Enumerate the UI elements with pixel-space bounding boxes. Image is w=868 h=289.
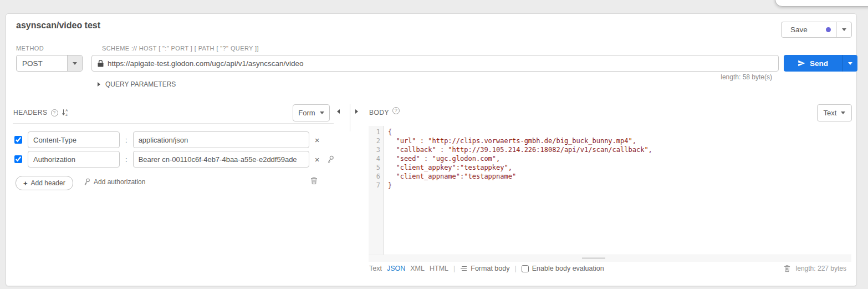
format-body-label: Format body xyxy=(471,265,509,272)
code-text: "seed" : "ugc.glodon.com", xyxy=(383,154,500,163)
code-line: 5 "client_appkey":"testappkey", xyxy=(369,163,851,172)
format-lines-icon xyxy=(460,266,467,271)
clear-body-trash-icon[interactable] xyxy=(784,265,790,272)
method-value: POST xyxy=(17,55,67,71)
format-body-button[interactable]: Format body xyxy=(460,265,509,272)
code-text: } xyxy=(383,181,392,190)
line-number: 2 xyxy=(369,136,383,145)
body-title: BODY xyxy=(369,109,389,116)
body-section-header: BODY xyxy=(369,109,400,116)
url-field-wrap xyxy=(91,55,779,72)
plus-icon xyxy=(23,179,28,187)
send-button-label: Send xyxy=(810,59,828,68)
editor-resize-strip xyxy=(369,255,851,262)
header-value-input[interactable] xyxy=(133,131,309,148)
code-text: { xyxy=(383,128,392,136)
format-tab-xml[interactable]: XML xyxy=(410,265,425,272)
code-line: 2 "url" : "http://clips.vorwaerts-gmbh.d… xyxy=(369,136,851,145)
body-mode-value: Text xyxy=(824,109,837,117)
headers-mode-value: Form xyxy=(298,109,315,117)
code-text: "client_appkey":"testappkey", xyxy=(383,163,512,172)
query-parameters-toggle[interactable]: QUERY PARAMETERS xyxy=(98,80,176,88)
svg-text:Z: Z xyxy=(65,113,68,116)
headers-section-header: HEADERS A Z xyxy=(13,109,69,116)
line-number: 7 xyxy=(369,181,383,190)
save-button-label: Save xyxy=(790,26,808,34)
format-tab-text[interactable]: Text xyxy=(369,265,382,272)
toolbar-separator xyxy=(514,265,516,272)
body-length-text: length: 227 bytes xyxy=(796,265,846,272)
panel-splitter[interactable] xyxy=(350,104,350,131)
resize-handle[interactable] xyxy=(582,257,605,260)
save-dropdown-toggle[interactable] xyxy=(836,22,851,37)
header-enabled-checkbox[interactable] xyxy=(14,155,22,163)
url-length-text: length: 58 byte(s) xyxy=(721,73,772,81)
unsaved-indicator-dot xyxy=(826,27,831,32)
code-text: "client_appname":"testappname" xyxy=(383,172,516,181)
collapse-right-arrow[interactable] xyxy=(355,109,358,114)
code-line: 1{ xyxy=(369,128,851,136)
headers-mode-select[interactable]: Form xyxy=(293,104,330,121)
line-number: 5 xyxy=(369,163,383,172)
url-input[interactable] xyxy=(108,59,778,68)
body-evaluation-label: Enable body evaluation xyxy=(532,265,604,272)
chevron-down-icon xyxy=(73,62,77,65)
header-row: : xyxy=(14,151,353,168)
format-tab-json[interactable]: JSON xyxy=(387,265,405,272)
body-toolbar: Text JSON XML HTML Format body Enable bo… xyxy=(369,265,604,272)
floating-panel-edge xyxy=(775,0,868,7)
add-authorization-label: Add authorization xyxy=(94,178,145,186)
header-name-input[interactable] xyxy=(28,151,120,168)
triangle-right-icon xyxy=(98,82,100,87)
body-editor[interactable]: 1{ 2 "url" : "http://clips.vorwaerts-gmb… xyxy=(369,126,851,255)
body-evaluation-checkbox[interactable] xyxy=(522,265,529,272)
method-dropdown-arrow[interactable] xyxy=(67,55,82,71)
body-mode-select[interactable]: Text xyxy=(817,104,852,121)
collapse-left-arrow[interactable] xyxy=(337,109,340,114)
line-number: 3 xyxy=(369,145,383,154)
app-background: asynscan/video test Save METHOD SCHEME :… xyxy=(0,0,868,289)
colon-separator: : xyxy=(125,136,127,144)
remove-header-icon[interactable] xyxy=(315,155,320,164)
code-line: 7} xyxy=(369,181,851,190)
key-icon xyxy=(84,178,90,186)
method-label: METHOD xyxy=(16,45,44,52)
code-line: 3 "callback" : "http://39.105.214.226:18… xyxy=(369,145,851,154)
chevron-down-icon xyxy=(320,111,324,114)
add-header-button[interactable]: Add header xyxy=(16,176,73,190)
save-button[interactable]: Save xyxy=(781,22,852,38)
code-text: "callback" : "http://39.105.214.226:1808… xyxy=(383,145,652,154)
help-icon[interactable] xyxy=(392,107,400,114)
header-value-input[interactable] xyxy=(133,151,309,168)
format-tab-html[interactable]: HTML xyxy=(430,265,448,272)
page-title: asynscan/video test xyxy=(16,21,100,31)
svg-text:A: A xyxy=(65,109,68,112)
url-scheme-label: SCHEME :// HOST [ ":" PORT ] [ PATH [ "?… xyxy=(102,45,259,52)
add-authorization-link[interactable]: Add authorization xyxy=(84,178,145,186)
code-text: "url" : "http://clips.vorwaerts-gmbh.de/… xyxy=(383,136,636,145)
remove-header-icon[interactable] xyxy=(315,136,320,144)
colon-separator: : xyxy=(125,155,127,164)
method-select[interactable]: POST xyxy=(16,55,83,72)
header-row: : xyxy=(14,131,336,148)
enable-body-evaluation[interactable]: Enable body evaluation xyxy=(522,265,604,272)
headers-title: HEADERS xyxy=(13,109,48,116)
header-enabled-checkbox[interactable] xyxy=(14,136,22,144)
lock-icon xyxy=(98,60,104,67)
code-line: 6 "client_appname":"testappname" xyxy=(369,172,851,181)
headers-divider xyxy=(13,123,334,124)
line-number: 1 xyxy=(369,128,383,136)
chevron-down-icon xyxy=(841,111,845,114)
send-button[interactable]: Send xyxy=(784,55,857,72)
delete-headers-trash-icon[interactable] xyxy=(310,176,318,185)
chevron-down-icon xyxy=(848,62,852,65)
header-name-input[interactable] xyxy=(28,131,120,148)
send-dropdown-toggle[interactable] xyxy=(842,55,857,72)
add-header-label: Add header xyxy=(31,179,65,187)
code-line: 4 "seed" : "ugc.glodon.com", xyxy=(369,154,851,163)
line-number: 6 xyxy=(369,172,383,181)
auth-key-icon[interactable] xyxy=(327,155,334,164)
sort-headers-icon[interactable]: A Z xyxy=(62,109,69,116)
help-icon[interactable] xyxy=(51,109,58,116)
request-card: asynscan/video test Save METHOD SCHEME :… xyxy=(6,13,857,286)
